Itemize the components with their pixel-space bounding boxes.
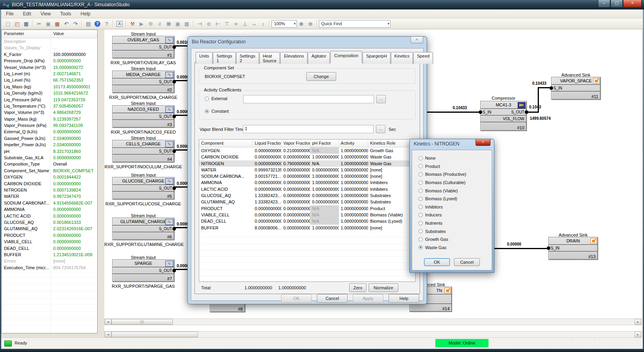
cut-icon[interactable]: ✂	[35, 20, 44, 28]
table-cell[interactable]: OXYGEN	[199, 147, 253, 154]
zero-button[interactable]: Zero	[349, 283, 366, 292]
parameter-value[interactable]: 0.0000000000	[51, 155, 81, 161]
radio-circle[interactable]	[418, 213, 423, 217]
open-icon[interactable]: ◰	[13, 20, 22, 28]
table-cell[interactable]: N/A	[310, 218, 339, 224]
table-cell[interactable]: 1.0000000000	[339, 154, 368, 160]
table-cell[interactable]: N/A	[310, 212, 339, 218]
stream-line[interactable]	[528, 112, 539, 113]
parameter-value[interactable]: 0.0000000000	[51, 206, 81, 212]
parameter-value[interactable]: 99.0937341109	[51, 122, 83, 129]
parameter-value[interactable]: 0.0000000000	[51, 232, 81, 238]
table-cell[interactable]: 0.0000000000	[310, 167, 339, 173]
table-cell[interactable]: N/A	[310, 160, 339, 167]
component-row-carbon-dioxide[interactable]: CARBON DIOXIDE0.00000000000.00000000001.…	[199, 154, 415, 160]
parameter-value[interactable]: 1.2134510021E-009	[51, 251, 93, 258]
parameter-value[interactable]: 0.0000000000	[51, 129, 81, 135]
radio-circle[interactable]	[418, 197, 423, 201]
table-cell[interactable]: 0.9999732135	[253, 167, 281, 173]
table-cell[interactable]: 3.00157721...	[253, 173, 281, 179]
change-button[interactable]: Change	[306, 72, 336, 81]
radio-circle[interactable]	[418, 229, 423, 233]
parameter-value[interactable]: 9.1239397257	[51, 116, 81, 122]
parameter-value[interactable]: BIORXR_COMPSET	[51, 168, 94, 174]
external-coefficients-input[interactable]	[243, 95, 374, 103]
table-cell[interactable]: 1.0000000000	[310, 179, 339, 186]
stream-input-block-glucose_charge[interactable]: GLUCOSE_CHARGE∿S_OUT#5	[112, 177, 174, 199]
kinetics-option-none[interactable]: None	[412, 154, 492, 162]
table-cell[interactable]: 0.0000000000	[281, 154, 310, 160]
kinetics-ok-button[interactable]: OK	[424, 258, 450, 266]
scroll-left-arrow[interactable]: ◂	[105, 319, 111, 325]
table-cell[interactable]: Biomass (Viable)	[368, 212, 415, 218]
component-row-glutamine-aq[interactable]: GLUTAMINE_AQ1.33382423...0.00000000000.0…	[199, 199, 415, 205]
kinetics-cancel-button[interactable]: Cancel	[454, 258, 480, 266]
table-cell[interactable]: 0.0000000000	[253, 147, 281, 154]
parameter-value[interactable]: 2.0231426916E-007	[51, 225, 93, 232]
table-cell[interactable]: Waste Gas	[368, 160, 415, 167]
component-row-viable-cell[interactable]: VIABLE_CELL0.00000000000.0000000000N/A1.…	[199, 212, 415, 218]
table-cell[interactable]: 1.0000000000	[310, 173, 339, 179]
table-cell[interactable]: 1.33382423...	[253, 199, 281, 205]
zoom-out-icon[interactable]: ⊖	[306, 20, 315, 28]
table-cell[interactable]: 0.0000000000	[253, 160, 281, 167]
kinetics-close-icon[interactable]: ×	[476, 139, 490, 146]
kinetics-option-biomass-lysed-[interactable]: Biomass (Lysed)	[412, 195, 492, 203]
parameter-value[interactable]: 2.0340000000	[51, 142, 81, 148]
stream-input-block-glutamine_charge[interactable]: GLUTAMINE_CHARGE∿S_OUT#6	[112, 218, 174, 240]
table-cell[interactable]: Growth Gas	[368, 147, 415, 154]
dialog-close-icon[interactable]: ×	[411, 37, 423, 43]
quick-find-select[interactable]: Quick Find▾	[319, 20, 390, 28]
table-cell[interactable]: 0.0000000000	[281, 212, 310, 218]
parameter-value[interactable]: 1015.9664216672	[51, 90, 88, 96]
tab-composition[interactable]: Composition	[330, 51, 362, 63]
align-middle-icon[interactable]: ≍	[231, 20, 241, 28]
table-cell[interactable]: 0.0000000000	[253, 218, 281, 224]
stream-input-block-sparge[interactable]: SPARGE∿S_OUT#7	[112, 259, 174, 282]
column-header-parameter[interactable]: Parameter	[2, 30, 51, 38]
component-row-product[interactable]: PRODUCT0.00000000000.0000000000N/A1.0000…	[199, 205, 415, 212]
parameter-value[interactable]: 0.0007139824	[51, 187, 81, 193]
help-button[interactable]: Help	[389, 294, 419, 303]
stream-input-block-media_charge[interactable]: MEDIA_CHARGE∿S_OUT#2	[112, 71, 174, 93]
tab-settings-1[interactable]: Settings 1	[213, 52, 236, 64]
component-row-water[interactable]: WATER0.99997321350.00000000000.000000000…	[199, 167, 415, 173]
table-cell[interactable]: Product	[368, 205, 415, 212]
kinetics-option-biomass-productive-[interactable]: Biomass (Productive)	[412, 170, 492, 179]
menu-item-file[interactable]: File	[1, 11, 18, 17]
table-cell[interactable]: SODIUM CARBONA...	[199, 173, 253, 179]
kinetics-option-waste-gas[interactable]: Waste Gas	[412, 244, 492, 252]
table-cell[interactable]: 1.0000000000	[339, 225, 368, 231]
column-header-vapor-fraction[interactable]: Vapor Fraction	[281, 140, 310, 147]
table-cell[interactable]: 1.0000000000	[310, 154, 339, 160]
parameter-value[interactable]: 15.0000009272	[51, 64, 83, 71]
stream-line[interactable]	[424, 112, 479, 113]
column-header-activity[interactable]: Activity	[339, 140, 368, 147]
parameter-value[interactable]: 4.9154556682E-007	[51, 200, 93, 206]
table-cell[interactable]: GLUCOSE_AQ	[199, 192, 253, 199]
external-radio-circle[interactable]	[205, 97, 209, 101]
tab-sparge-ph[interactable]: Sparge/pH	[363, 52, 390, 64]
table-cell[interactable]: N/A	[310, 147, 339, 154]
menu-item-edit[interactable]: Edit	[18, 11, 36, 17]
parameter-value[interactable]: 0.9972347470	[51, 193, 81, 199]
component-row-dead-cell[interactable]: DEAD_CELL0.00000000000.0000000000N/A1.00…	[199, 218, 415, 224]
s-in-port[interactable]	[479, 110, 482, 114]
align-bottom-icon[interactable]: ⊥	[241, 20, 250, 28]
tab-units[interactable]: Units	[196, 52, 213, 64]
align-right-icon[interactable]: ⊢	[213, 20, 222, 28]
table-cell[interactable]: 0.7900000000	[281, 160, 310, 167]
table-cell[interactable]: 1.0000000000	[339, 160, 368, 167]
parameter-value[interactable]: 0.0001844422	[51, 174, 81, 180]
tab-settings-2[interactable]: Settings 2	[236, 52, 259, 64]
table-cell[interactable]: Inhibiters	[368, 179, 415, 186]
table-cell[interactable]: 8.00008006...	[253, 225, 281, 231]
table-cell[interactable]: Inhibiters	[368, 186, 415, 192]
workspace-horizontal-scrollbar[interactable]: ◂ ▸	[104, 331, 642, 337]
parameter-value[interactable]: 2.0340000000	[51, 135, 81, 142]
radio-circle[interactable]	[418, 172, 423, 177]
scroll-right-arrow[interactable]: ▸	[635, 332, 641, 337]
table-cell[interactable]: 0.0000000000	[281, 199, 310, 205]
table-cell[interactable]: 1.0000000000	[339, 186, 368, 192]
save-icon[interactable]: ▦	[22, 20, 31, 28]
